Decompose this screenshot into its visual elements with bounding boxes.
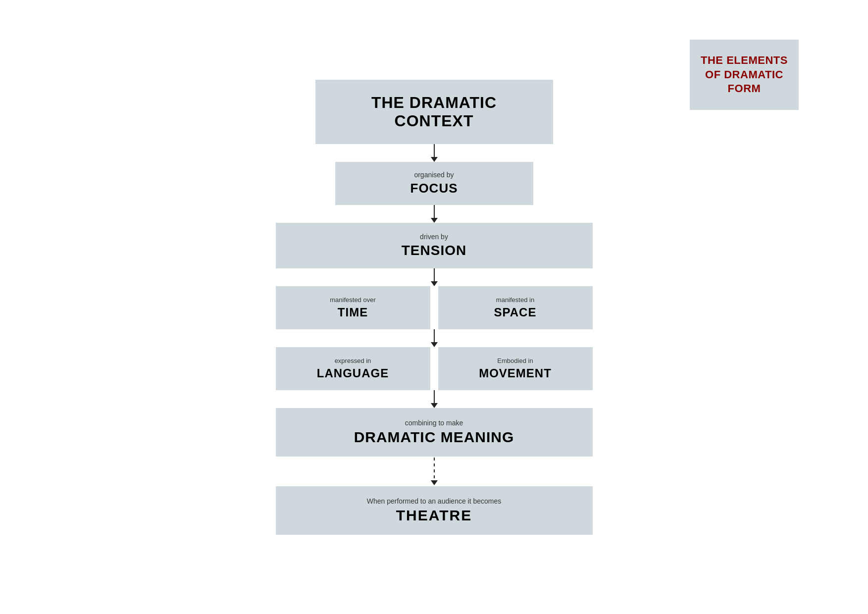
time-box: manifested over TIME [276,286,430,329]
arrow-1 [431,144,438,162]
time-sub-label: manifested over [284,296,422,304]
language-main-label: LANGUAGE [284,366,422,380]
movement-main-label: MOVEMENT [446,366,585,380]
time-main-label: TIME [284,306,422,319]
sidebar-title: THE ELEMENTS OF DRAMATIC FORM [701,54,788,95]
arrow-head-5 [431,403,438,408]
dashed-arrow-head [431,480,438,485]
theatre-sub-label: When performed to an audience it becomes [296,497,573,505]
flowchart: THE DRAMATIC CONTEXT organised by FOCUS … [261,80,608,535]
time-space-row: manifested over TIME manifested in SPACE [276,286,593,329]
dramatic-context-box: THE DRAMATIC CONTEXT [315,80,553,144]
arrow-head-2 [431,218,438,223]
arrow-4 [431,329,438,347]
arrow-line-4 [434,329,435,342]
dashed-arrow-line [434,458,435,480]
space-box: manifested in SPACE [438,286,593,329]
arrow-5 [431,390,438,408]
theatre-main-label: THEATRE [296,507,573,524]
arrow-line-2 [434,205,435,218]
page-container: THE ELEMENTS OF DRAMATIC FORM THE DRAMAT… [0,0,868,614]
arrow-line-5 [434,390,435,403]
arrow-head-3 [431,281,438,286]
sidebar-box: THE ELEMENTS OF DRAMATIC FORM [690,40,799,110]
tension-sub-label: driven by [296,233,573,241]
language-movement-row: expressed in LANGUAGE Embodied in MOVEME… [276,347,593,390]
arrow-3 [431,268,438,286]
dashed-arrow [431,457,438,486]
arrow-head-1 [431,157,438,162]
space-sub-label: manifested in [446,296,585,304]
focus-sub-label: organised by [350,171,518,179]
dramatic-meaning-box: combining to make DRAMATIC MEANING [276,408,593,457]
focus-main-label: FOCUS [350,181,518,196]
space-main-label: SPACE [446,306,585,319]
focus-box: organised by FOCUS [335,162,533,205]
tension-box: driven by TENSION [276,223,593,268]
arrow-line-3 [434,268,435,281]
movement-box: Embodied in MOVEMENT [438,347,593,390]
movement-sub-label: Embodied in [446,357,585,364]
dramatic-context-label: THE DRAMATIC CONTEXT [335,94,533,130]
arrow-line-1 [434,144,435,157]
tension-main-label: TENSION [296,243,573,258]
dramatic-meaning-sub-label: combining to make [296,419,573,427]
language-box: expressed in LANGUAGE [276,347,430,390]
arrow-2 [431,205,438,223]
theatre-box: When performed to an audience it becomes… [276,486,593,535]
dramatic-meaning-main-label: DRAMATIC MEANING [296,429,573,446]
arrow-head-4 [431,342,438,347]
language-sub-label: expressed in [284,357,422,364]
